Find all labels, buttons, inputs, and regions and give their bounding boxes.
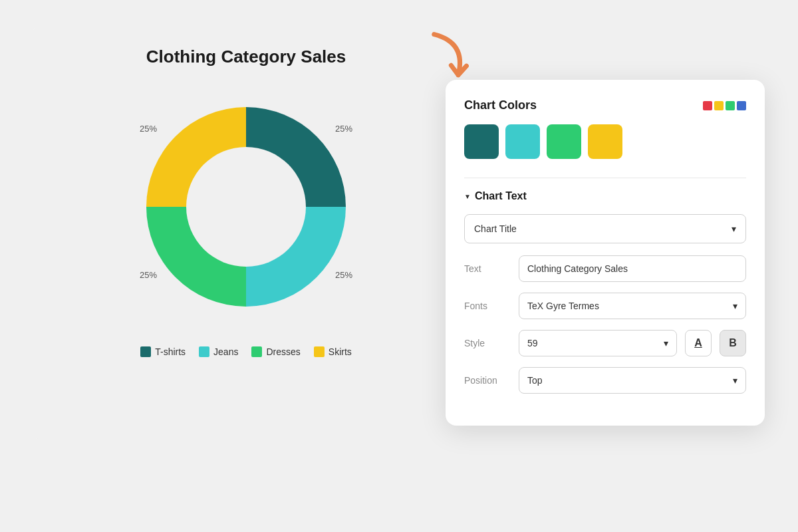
icon-yellow — [714, 101, 724, 110]
legend-label-dresses: Dresses — [266, 346, 300, 357]
legend-item-dresses: Dresses — [251, 346, 300, 357]
legend-label-jeans: Jeans — [213, 346, 238, 357]
legend-item-skirts: Skirts — [314, 346, 352, 357]
legend-label-skirts: Skirts — [329, 346, 352, 357]
fonts-chevron-icon: ▾ — [733, 301, 737, 311]
icon-green — [726, 101, 735, 110]
chart-legend: T-shirts Jeans Dresses Skirts — [140, 346, 352, 357]
legend-color-jeans — [199, 346, 209, 357]
text-row: Text — [464, 255, 746, 282]
style-dropdown[interactable]: 59 ▾ — [519, 330, 677, 356]
style-b-label: B — [729, 337, 737, 349]
chart-colors-header: Chart Colors — [464, 98, 746, 112]
chart-title-dropdown-value: Chart Title — [474, 223, 517, 234]
swatch-teal-light[interactable] — [505, 124, 540, 159]
position-chevron-icon: ▾ — [733, 375, 737, 386]
chart-card: Clothing Category Sales 25% 25% 25% 25% — [33, 27, 459, 439]
position-dropdown-value: Top — [527, 375, 543, 386]
position-row: Position Top ▾ — [464, 367, 746, 394]
legend-color-tshirts — [140, 346, 151, 357]
text-label: Text — [464, 263, 511, 274]
donut-chart: 25% 25% 25% 25% — [120, 80, 372, 333]
legend-item-tshirts: T-shirts — [140, 346, 186, 357]
panel-card: Chart Colors ▼ Chart Text Chart Title ▾ — [446, 80, 765, 426]
divider — [464, 178, 746, 178]
swatch-yellow[interactable] — [588, 124, 622, 159]
chart-colors-title: Chart Colors — [464, 98, 537, 112]
style-dropdown-value: 59 — [527, 338, 538, 348]
chart-text-title: Chart Text — [475, 190, 527, 202]
percent-br: 25% — [335, 270, 352, 280]
svg-point-0 — [186, 147, 306, 267]
text-input[interactable] — [519, 255, 746, 282]
legend-color-dresses — [251, 346, 262, 357]
swatch-teal-dark[interactable] — [464, 124, 499, 159]
fonts-row: Fonts TeX Gyre Termes ▾ — [464, 293, 746, 319]
percent-tr: 25% — [335, 124, 352, 134]
fonts-dropdown-value: TeX Gyre Termes — [527, 301, 599, 311]
color-icon-group — [703, 101, 746, 110]
style-a-label: A — [694, 337, 702, 349]
fonts-label: Fonts — [464, 301, 511, 311]
legend-item-jeans: Jeans — [199, 346, 238, 357]
legend-label-tshirts: T-shirts — [155, 346, 186, 357]
style-chevron-icon: ▾ — [664, 338, 668, 348]
percent-tl: 25% — [140, 124, 157, 134]
position-label: Position — [464, 375, 511, 386]
chevron-down-icon: ▾ — [732, 223, 736, 234]
chart-title: Clothing Category Sales — [146, 47, 346, 67]
icon-blue — [737, 101, 746, 110]
collapse-icon[interactable]: ▼ — [464, 193, 471, 200]
text-style-a-button[interactable]: A — [685, 330, 712, 356]
style-label: Style — [464, 338, 511, 348]
position-dropdown[interactable]: Top ▾ — [519, 367, 746, 394]
fonts-dropdown[interactable]: TeX Gyre Termes ▾ — [519, 293, 746, 319]
swatch-green[interactable] — [547, 124, 581, 159]
percent-bl: 25% — [140, 270, 157, 280]
chart-title-dropdown[interactable]: Chart Title ▾ — [464, 214, 746, 243]
style-row: Style 59 ▾ A B — [464, 330, 746, 356]
icon-red — [703, 101, 712, 110]
text-style-b-button[interactable]: B — [720, 330, 746, 356]
chart-text-header: ▼ Chart Text — [464, 190, 746, 202]
legend-color-skirts — [314, 346, 325, 357]
color-swatches — [464, 124, 746, 159]
